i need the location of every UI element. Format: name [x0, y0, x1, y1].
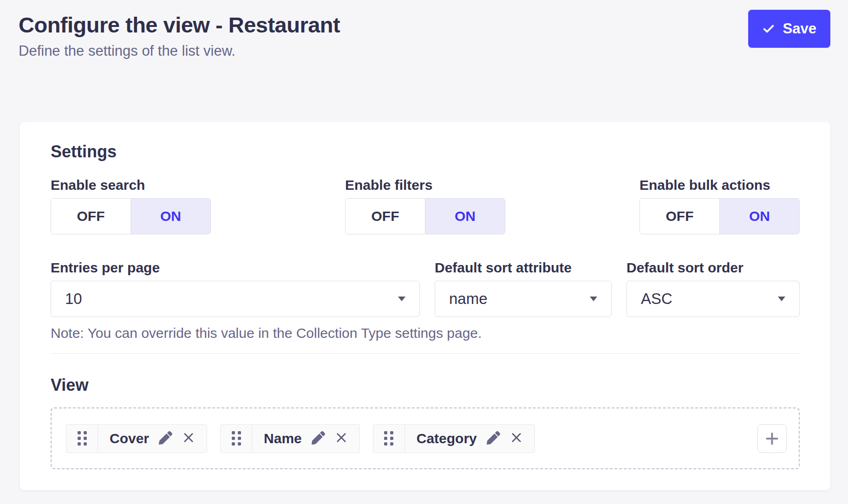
- plus-icon: +: [765, 426, 779, 451]
- save-button-label: Save: [783, 20, 816, 37]
- settings-card: Settings Enable search OFF ON Enable fil…: [20, 122, 830, 490]
- field-chip-category[interactable]: Category: [373, 424, 535, 453]
- toggle-group-enable-search: Enable search OFF ON: [51, 177, 211, 234]
- field-chip-name[interactable]: Name: [220, 424, 360, 453]
- enable-filters-on-option[interactable]: ON: [425, 199, 505, 234]
- drag-handle-icon[interactable]: [373, 425, 405, 452]
- check-icon: [762, 22, 775, 35]
- field-chip-cover[interactable]: Cover: [66, 424, 207, 453]
- enable-search-toggle: OFF ON: [51, 198, 211, 234]
- default-sort-attribute-select[interactable]: name: [435, 281, 612, 317]
- entries-per-page-select[interactable]: 10: [51, 281, 420, 317]
- chip-label: Category: [417, 431, 477, 446]
- close-icon: [335, 431, 348, 446]
- enable-bulk-actions-off-option[interactable]: OFF: [640, 199, 720, 234]
- pencil-icon: [159, 431, 172, 446]
- toggles-row: Enable search OFF ON Enable filters OFF …: [51, 177, 800, 234]
- enable-bulk-actions-toggle: OFF ON: [639, 198, 800, 234]
- edit-field-button[interactable]: [487, 431, 500, 446]
- close-icon: [510, 431, 523, 446]
- edit-field-button[interactable]: [312, 431, 325, 446]
- page-title: Configure the view - Restaurant: [19, 12, 829, 38]
- drag-dots: [232, 431, 241, 446]
- drag-handle-icon[interactable]: [66, 425, 98, 452]
- toggle-label: Enable search: [51, 177, 211, 194]
- entries-per-page-group: Entries per page 10: [51, 259, 420, 317]
- toggle-label: Enable bulk actions: [639, 177, 800, 194]
- enable-search-on-option[interactable]: ON: [131, 199, 210, 234]
- selects-row: Entries per page 10 Default sort attribu…: [51, 259, 800, 317]
- section-divider: [51, 353, 800, 354]
- chevron-down-icon: [398, 297, 405, 301]
- enable-filters-off-option[interactable]: OFF: [346, 199, 425, 234]
- enable-filters-toggle: OFF ON: [345, 198, 505, 234]
- select-label: Default sort order: [626, 259, 800, 276]
- toggle-group-enable-bulk-actions: Enable bulk actions OFF ON: [639, 177, 800, 234]
- chevron-down-icon: [778, 297, 785, 301]
- page-header: Configure the view - Restaurant Define t…: [0, 0, 848, 60]
- enable-search-off-option[interactable]: OFF: [51, 199, 131, 234]
- default-sort-order-value: ASC: [641, 290, 672, 308]
- chip-body: Name: [252, 425, 359, 452]
- remove-field-button[interactable]: [510, 431, 523, 446]
- default-sort-attribute-value: name: [449, 290, 488, 308]
- chip-body: Cover: [98, 425, 207, 452]
- entries-note: Note: You can override this value in the…: [51, 324, 800, 342]
- remove-field-button[interactable]: [335, 431, 348, 446]
- enable-bulk-actions-on-option[interactable]: ON: [720, 199, 799, 234]
- edit-field-button[interactable]: [159, 431, 172, 446]
- pencil-icon: [312, 431, 325, 446]
- default-sort-attribute-group: Default sort attribute name: [435, 259, 612, 317]
- toggle-label: Enable filters: [345, 177, 505, 194]
- add-field-button[interactable]: +: [757, 424, 787, 453]
- chip-label: Cover: [110, 431, 149, 446]
- view-fields-dropzone: Cover: [51, 407, 800, 469]
- pencil-icon: [487, 431, 500, 446]
- chip-label: Name: [264, 431, 302, 446]
- select-label: Default sort attribute: [435, 259, 612, 276]
- chip-body: Category: [405, 425, 535, 452]
- entries-per-page-value: 10: [65, 290, 82, 308]
- drag-dots: [384, 431, 393, 446]
- chevron-down-icon: [590, 297, 597, 301]
- page-subtitle: Define the settings of the list view.: [19, 42, 829, 60]
- close-icon: [182, 431, 195, 446]
- default-sort-order-group: Default sort order ASC: [626, 259, 800, 317]
- toggle-group-enable-filters: Enable filters OFF ON: [345, 177, 505, 234]
- save-button[interactable]: Save: [748, 10, 830, 48]
- remove-field-button[interactable]: [182, 431, 195, 446]
- default-sort-order-select[interactable]: ASC: [626, 281, 800, 317]
- configure-view-page: Configure the view - Restaurant Define t…: [0, 0, 848, 504]
- drag-handle-icon[interactable]: [221, 425, 252, 452]
- view-section-heading: View: [51, 375, 800, 395]
- select-label: Entries per page: [51, 259, 420, 276]
- drag-dots: [78, 431, 87, 446]
- settings-section-heading: Settings: [51, 142, 800, 162]
